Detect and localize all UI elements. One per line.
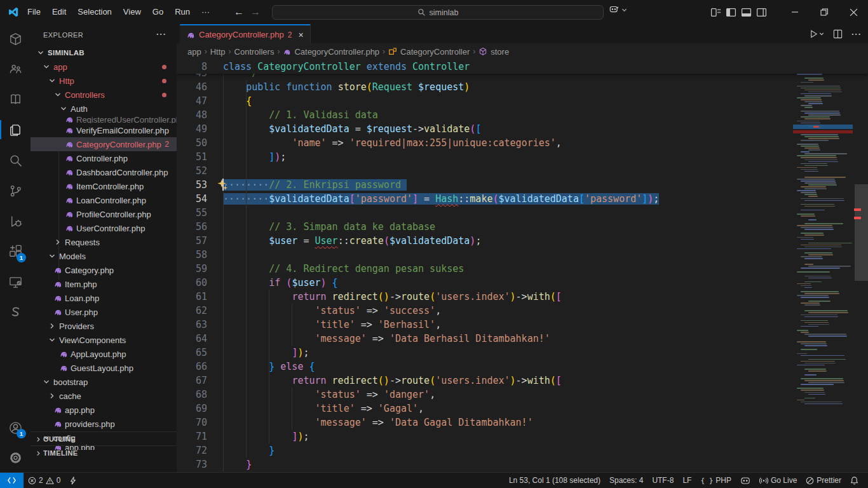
- status-prettier[interactable]: Prettier: [801, 473, 846, 487]
- breadcrumb-app[interactable]: app: [187, 47, 201, 57]
- tree-item-app[interactable]: app: [31, 60, 177, 74]
- code-line-71[interactable]: 71 ]);: [177, 430, 868, 444]
- remote-explorer-icon[interactable]: [0, 269, 31, 295]
- forward-button[interactable]: →: [250, 6, 261, 18]
- tab-categorycontroller[interactable]: CategoryController.php 2 ×: [180, 24, 311, 44]
- more-actions-button[interactable]: ···: [851, 29, 862, 39]
- code-line-68[interactable]: 68 'status' => 'danger',: [177, 388, 868, 402]
- customize-layout-icon[interactable]: [710, 7, 721, 18]
- code-line-52[interactable]: 52: [177, 164, 868, 178]
- tree-item-controllers[interactable]: Controllers: [31, 88, 177, 102]
- code-line-54[interactable]: 54········$validatedData['password'] = H…: [177, 192, 868, 206]
- code-line-48[interactable]: 48 // 1. Validasi data: [177, 108, 868, 122]
- code-line-47[interactable]: 47 {: [177, 94, 868, 108]
- outline-section[interactable]: OUTLINE: [31, 431, 177, 446]
- timeline-section[interactable]: TIMELINE: [31, 445, 177, 460]
- tree-item-dashboardcontroller-php[interactable]: DashboardController.php: [31, 165, 177, 179]
- code-line-70[interactable]: 70 'message' => 'Data Gagal Ditambahkan!…: [177, 416, 868, 430]
- breadcrumb-controllers[interactable]: Controllers: [234, 47, 275, 57]
- code-line-53[interactable]: 53········// 2. Enkripsi password: [177, 178, 868, 192]
- code-line-59[interactable]: 59 // 4. Redirect dengan pesan sukses: [177, 262, 868, 276]
- sticky-scroll-line[interactable]: 8 class CategoryController extends Contr…: [177, 60, 868, 74]
- status-cursor-position[interactable]: Ln 53, Col 1 (108 selected): [505, 473, 605, 487]
- status-eol[interactable]: LF: [678, 473, 696, 487]
- breadcrumb-categorycontroller-php[interactable]: CategoryController.php: [283, 47, 379, 57]
- remote-indicator[interactable]: [0, 473, 24, 488]
- code-line-49[interactable]: 49 $validatedData = $request->validate([: [177, 122, 868, 136]
- tree-item-controller-php[interactable]: Controller.php: [31, 151, 177, 165]
- status-indentation[interactable]: Spaces: 4: [605, 473, 648, 487]
- tree-root-siminlab[interactable]: SIMINLAB: [31, 46, 177, 60]
- tree-item-bootstrap[interactable]: bootstrap: [31, 375, 177, 389]
- command-center-search[interactable]: siminlab: [272, 5, 604, 20]
- tree-item-models[interactable]: Models: [31, 249, 177, 263]
- code-line-65[interactable]: 65 ]);: [177, 346, 868, 360]
- code-line-57[interactable]: 57 $user = User::create($validatedData);: [177, 234, 868, 248]
- status-copilot-status[interactable]: [736, 473, 755, 487]
- menu-go[interactable]: Go: [147, 4, 169, 20]
- tree-item-auth[interactable]: Auth: [31, 102, 177, 116]
- tree-item-requests[interactable]: Requests: [31, 235, 177, 249]
- toggle-panel-icon[interactable]: [741, 7, 752, 18]
- tree-item-categorycontroller-php[interactable]: CategoryController.php2: [31, 137, 177, 151]
- tree-item-user-php[interactable]: User.php: [31, 305, 177, 319]
- code-line-66[interactable]: 66 } else {: [177, 360, 868, 374]
- tree-item-usercontroller-php[interactable]: UserController.php: [31, 221, 177, 235]
- problems-indicator[interactable]: 2 0: [24, 473, 65, 487]
- code-line-73[interactable]: 73 }: [177, 458, 868, 471]
- explorer-more-actions[interactable]: ···: [156, 29, 166, 39]
- close-window-button[interactable]: [839, 0, 868, 24]
- tab-close-icon[interactable]: ×: [298, 30, 303, 40]
- package-icon[interactable]: [0, 25, 31, 52]
- code-editor[interactable]: 45 */46 public function store(Request $r…: [177, 60, 868, 473]
- run-file-button[interactable]: [809, 29, 824, 39]
- toggle-secondary-sidebar-icon[interactable]: [756, 7, 767, 18]
- editor-scrollbar[interactable]: [855, 184, 868, 281]
- split-editor-button[interactable]: [833, 29, 843, 39]
- tree-item-providers[interactable]: Providers: [31, 319, 177, 333]
- accounts-icon[interactable]: 1: [0, 414, 31, 441]
- code-line-58[interactable]: 58: [177, 248, 868, 262]
- code-line-51[interactable]: 51 ]);: [177, 150, 868, 164]
- breadcrumb-categorycontroller[interactable]: CategoryController: [388, 47, 470, 57]
- code-line-61[interactable]: 61 return redirect()->route('users.index…: [177, 290, 868, 304]
- menu-view[interactable]: View: [118, 4, 147, 20]
- book-icon[interactable]: [0, 86, 31, 112]
- breadcrumb-store[interactable]: store: [478, 47, 509, 57]
- code-line-60[interactable]: 60 if ($user) {: [177, 276, 868, 290]
- code-runner-indicator[interactable]: [65, 473, 81, 487]
- search-icon[interactable]: [0, 147, 31, 173]
- tree-item-loan-php[interactable]: Loan.php: [31, 291, 177, 305]
- code-line-62[interactable]: 62 'status' => 'success',: [177, 304, 868, 318]
- code-line-69[interactable]: 69 'title' => 'Gagal',: [177, 402, 868, 416]
- menu-edit[interactable]: Edit: [46, 4, 72, 20]
- run-debug-icon[interactable]: [0, 208, 31, 234]
- tree-item-profilecontroller-php[interactable]: ProfileController.php: [31, 207, 177, 221]
- tree-item-http[interactable]: Http: [31, 74, 177, 88]
- tree-item-view-components[interactable]: View\Components: [31, 333, 177, 347]
- status-notifications[interactable]: [846, 473, 863, 487]
- source-control-icon[interactable]: [0, 177, 31, 204]
- status-go-live[interactable]: Go Live: [755, 473, 801, 487]
- tree-item-guestlayout-php[interactable]: GuestLayout.php: [31, 361, 177, 375]
- tree-item-loancontroller-php[interactable]: LoanController.php: [31, 193, 177, 207]
- tree-item-cache[interactable]: cache: [31, 389, 177, 403]
- copilot-sparkle-icon[interactable]: [217, 179, 229, 191]
- code-line-55[interactable]: 55: [177, 206, 868, 220]
- menu-selection[interactable]: Selection: [72, 4, 117, 20]
- minimize-button[interactable]: [780, 0, 810, 24]
- tree-item-providers-php[interactable]: providers.php: [31, 417, 177, 431]
- minimap[interactable]: [793, 60, 853, 473]
- menu-file[interactable]: File: [22, 4, 46, 20]
- tree-item-item-php[interactable]: Item.php: [31, 277, 177, 291]
- restore-button[interactable]: [810, 0, 839, 24]
- code-line-63[interactable]: 63 'title' => 'Berhasil',: [177, 318, 868, 332]
- code-line-46[interactable]: 46 public function store(Request $reques…: [177, 80, 868, 94]
- tree-item-applayout-php[interactable]: AppLayout.php: [31, 347, 177, 361]
- menu-[interactable]: ···: [196, 4, 215, 20]
- tree-item-category-php[interactable]: Category.php: [31, 263, 177, 277]
- tree-item-verifyemailcontroller-php[interactable]: VerifyEmailController.php: [31, 123, 177, 137]
- toggle-primary-sidebar-icon[interactable]: [726, 7, 736, 18]
- copilot-menu-button[interactable]: [609, 4, 627, 15]
- code-line-64[interactable]: 64 'message' => 'Data Berhasil Ditambahk…: [177, 332, 868, 346]
